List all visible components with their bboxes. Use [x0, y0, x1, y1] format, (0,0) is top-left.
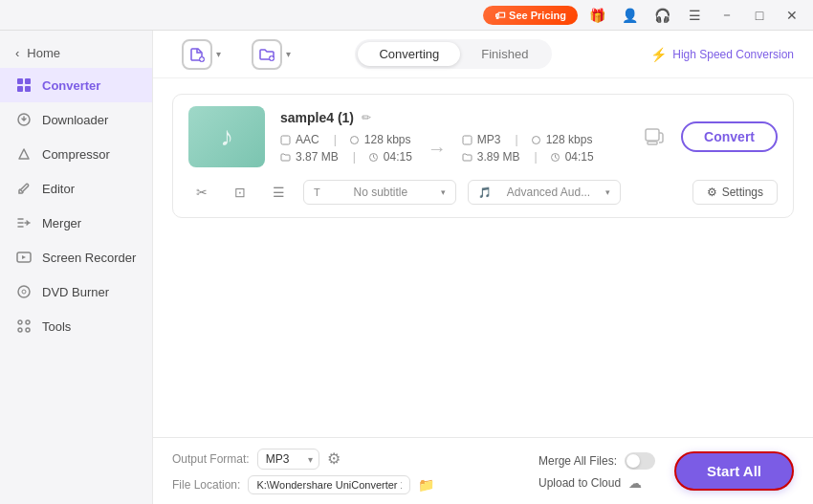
svg-rect-20 — [646, 129, 659, 141]
output-format-select[interactable]: MP3 AAC WAV FLAC MP4 — [257, 449, 319, 470]
add-file-button[interactable]: ▾ — [172, 33, 231, 76]
more-options-icon[interactable]: ☰ — [265, 179, 292, 206]
add-file-icon — [182, 39, 212, 70]
svg-point-11 — [26, 328, 30, 332]
add-file-dropdown-icon: ▾ — [216, 49, 221, 59]
file-meta: AAC | 128 kbps 3.87 MB | — [280, 133, 624, 164]
main-layout: ‹ Home Converter Downloader Compressor — [0, 31, 813, 504]
music-icon: ♪ — [220, 121, 233, 152]
bitrate-icon — [349, 135, 360, 145]
screen-recorder-icon — [15, 249, 33, 266]
sidebar-item-tools[interactable]: Tools — [0, 309, 152, 343]
sidebar-item-merger[interactable]: Merger — [0, 206, 152, 240]
sidebar: ‹ Home Converter Downloader Compressor — [0, 31, 153, 504]
convert-actions: Convert — [639, 121, 778, 152]
file-thumbnail: ♪ — [188, 106, 265, 167]
editor-icon — [15, 180, 33, 197]
back-icon: ‹ — [15, 46, 19, 60]
edit-filename-icon[interactable]: ✏ — [362, 111, 371, 124]
sidebar-item-compressor[interactable]: Compressor — [0, 137, 152, 171]
sidebar-item-editor[interactable]: Editor — [0, 171, 152, 206]
gift-icon-button[interactable]: 🎁 — [583, 2, 610, 29]
titlebar-controls: 🏷 See Pricing 🎁 👤 🎧 ☰ － □ ✕ — [483, 2, 805, 29]
content-area: ▾ ▾ Converting Finished ⚡ High Speed Con… — [153, 31, 813, 504]
dst-bitrate-icon — [531, 135, 541, 145]
bottom-bar: Output Format: MP3 AAC WAV FLAC MP4 ⚙ Fi… — [153, 437, 813, 504]
settings-gear-icon: ⚙ — [707, 186, 717, 199]
titlebar: 🏷 See Pricing 🎁 👤 🎧 ☰ － □ ✕ — [0, 0, 813, 31]
svg-rect-2 — [17, 86, 23, 92]
converter-icon — [15, 77, 33, 94]
subtitle-label-icon: T — [314, 186, 320, 198]
dst-format-row: MP3 | 128 kbps — [462, 133, 594, 146]
maximize-button[interactable]: □ — [746, 2, 773, 29]
start-all-button[interactable]: Start All — [674, 451, 794, 491]
sidebar-item-screen-recorder[interactable]: Screen Recorder — [0, 240, 152, 274]
topbar: ▾ ▾ Converting Finished ⚡ High Speed Con… — [153, 31, 813, 78]
svg-point-7 — [22, 290, 26, 294]
user-icon-button[interactable]: 👤 — [616, 2, 643, 29]
svg-point-6 — [18, 286, 30, 297]
device-export-icon[interactable] — [639, 121, 670, 152]
crop-icon[interactable]: ⊡ — [227, 179, 253, 206]
svg-point-10 — [18, 328, 22, 332]
file-location-row: File Location: 📁 — [172, 475, 519, 494]
dst-file-icon — [462, 135, 472, 145]
svg-rect-14 — [281, 136, 290, 144]
settings-button[interactable]: ⚙ Settings — [692, 180, 778, 205]
tab-converting[interactable]: Converting — [358, 42, 460, 66]
svg-rect-0 — [17, 78, 23, 84]
output-format-settings-icon[interactable]: ⚙ — [327, 449, 341, 468]
tab-group: Converting Finished — [355, 39, 552, 69]
close-button[interactable]: ✕ — [779, 2, 805, 29]
svg-point-18 — [532, 136, 539, 143]
merge-toggle[interactable] — [625, 452, 655, 470]
tab-finished[interactable]: Finished — [460, 42, 549, 66]
sidebar-item-downloader[interactable]: Downloader — [0, 102, 152, 137]
merge-row: Merge All Files: — [538, 452, 655, 470]
sidebar-item-converter[interactable]: Converter — [0, 68, 152, 102]
folder-icon — [280, 152, 291, 163]
compressor-icon — [15, 145, 33, 163]
add-folder-button[interactable]: ▾ — [242, 33, 300, 76]
svg-rect-21 — [648, 142, 657, 144]
bottom-right: Merge All Files: Upload to Cloud ☁ — [538, 452, 655, 491]
dest-meta: MP3 | 128 kbps 3.89 MB | — [462, 133, 594, 164]
minimize-button[interactable]: － — [714, 2, 740, 29]
headset-icon-button[interactable]: 🎧 — [648, 2, 675, 29]
file-name: sample4 (1) — [280, 110, 354, 125]
svg-point-15 — [350, 136, 358, 143]
bottom-left: Output Format: MP3 AAC WAV FLAC MP4 ⚙ Fi… — [172, 449, 519, 494]
browse-folder-icon[interactable]: 📁 — [418, 477, 434, 493]
upload-row: Upload to Cloud ☁ — [538, 475, 642, 491]
dst-clock-icon — [550, 152, 560, 163]
clock-icon — [368, 152, 379, 163]
output-format-row: Output Format: MP3 AAC WAV FLAC MP4 ⚙ — [172, 449, 519, 470]
tools-icon — [15, 318, 33, 335]
sidebar-item-dvd-burner[interactable]: DVD Burner — [0, 274, 152, 309]
tag-icon: 🏷 — [494, 10, 505, 21]
menu-button[interactable]: ☰ — [681, 2, 708, 29]
src-format-row: AAC | 128 kbps — [280, 133, 412, 146]
cloud-upload-icon[interactable]: ☁ — [628, 475, 642, 491]
audio-dropdown-icon: ▾ — [605, 187, 610, 197]
lightning-icon: ⚡ — [650, 47, 667, 62]
svg-point-9 — [26, 320, 30, 324]
subtitle-select[interactable]: T No subtitle ▾ — [303, 180, 456, 205]
see-pricing-button[interactable]: 🏷 See Pricing — [483, 6, 578, 25]
svg-rect-17 — [463, 136, 472, 144]
source-meta: AAC | 128 kbps 3.87 MB | — [280, 133, 412, 164]
file-location-input[interactable] — [248, 475, 410, 494]
audio-wave-icon: 🎵 — [478, 186, 492, 199]
toggle-knob — [626, 454, 640, 468]
convert-button[interactable]: Convert — [681, 121, 778, 152]
file-card: ♪ sample4 (1) ✏ AAC | — [172, 94, 794, 218]
src-size-row: 3.87 MB | 04:15 — [280, 150, 412, 164]
audio-select[interactable]: 🎵 Advanced Aud... ▾ — [468, 180, 621, 205]
scissors-icon[interactable]: ✂ — [188, 179, 215, 206]
dst-folder-icon — [462, 152, 472, 163]
dvd-burner-icon — [15, 283, 33, 300]
dst-size-row: 3.89 MB | 04:15 — [462, 150, 594, 164]
sidebar-home[interactable]: ‹ Home — [0, 38, 152, 68]
file-info: sample4 (1) ✏ AAC | 128 kbps — [280, 110, 624, 164]
